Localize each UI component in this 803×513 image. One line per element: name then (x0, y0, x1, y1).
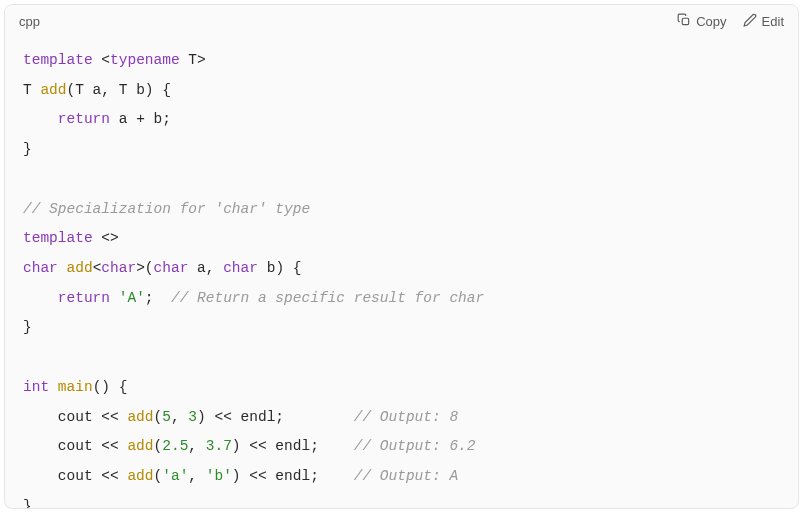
code-line: cout << add(5, 3) << endl; // Output: 8 (23, 403, 780, 433)
code-line (23, 165, 780, 195)
code-line: } (23, 135, 780, 165)
svg-rect-0 (682, 18, 688, 24)
copy-label: Copy (696, 14, 726, 29)
language-label: cpp (19, 14, 40, 29)
copy-icon (677, 13, 691, 30)
code-line (23, 343, 780, 373)
edit-icon (743, 13, 757, 30)
code-line: T add(T a, T b) { (23, 76, 780, 106)
code-line: template <typename T> (23, 46, 780, 76)
code-line: // Specialization for 'char' type (23, 195, 780, 225)
code-block: cpp Copy Edit tem (4, 4, 799, 509)
code-content: template <typename T> T add(T a, T b) { … (5, 38, 798, 509)
code-line: return a + b; (23, 105, 780, 135)
code-line: template <> (23, 224, 780, 254)
code-line: return 'A'; // Return a specific result … (23, 284, 780, 314)
code-line: int main() { (23, 373, 780, 403)
copy-button[interactable]: Copy (677, 13, 726, 30)
header-actions: Copy Edit (677, 13, 784, 30)
edit-label: Edit (762, 14, 784, 29)
code-line: cout << add('a', 'b') << endl; // Output… (23, 462, 780, 492)
code-line: char add<char>(char a, char b) { (23, 254, 780, 284)
code-line: cout << add(2.5, 3.7) << endl; // Output… (23, 432, 780, 462)
edit-button[interactable]: Edit (743, 13, 784, 30)
code-line: } (23, 492, 780, 509)
code-line: } (23, 313, 780, 343)
code-header: cpp Copy Edit (5, 5, 798, 38)
